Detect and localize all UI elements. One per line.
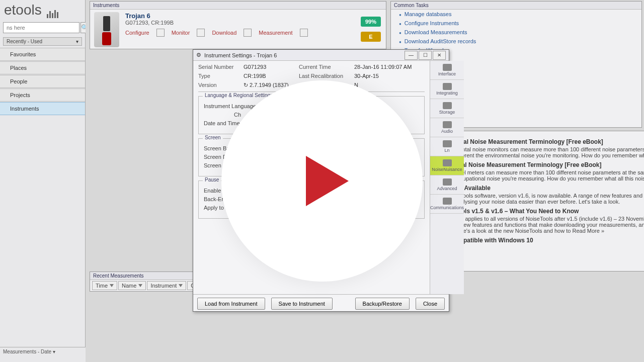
news-title[interactable]: ompatible with Windows 10	[454, 237, 644, 244]
news-body: seTools software, version v1.6, is now a…	[454, 193, 644, 205]
current-time-label: Current Time	[299, 64, 354, 70]
left-sidebar: etools 🔍 ▸ Recently - Used▾ FavouritesPl…	[0, 0, 86, 362]
monitor-icon[interactable]	[197, 29, 205, 37]
nav-item-people[interactable]: People	[0, 75, 85, 88]
app-logo: etools	[0, 0, 85, 20]
news-body: level meters can measure more than 100 d…	[454, 169, 644, 182]
settings-tab-communications[interactable]: Communications	[430, 195, 464, 214]
current-time-value: 28-Jan-16 11:09:07 AM	[354, 64, 425, 70]
instrument-name: Trojan 6	[125, 12, 382, 20]
news-title[interactable]: ental Noise Measurement Terminology [Fre…	[454, 138, 644, 145]
settings-tab-advanced[interactable]: Advanced	[430, 175, 464, 195]
monitor-link[interactable]: Monitor	[172, 29, 190, 37]
task-link[interactable]: Download AuditStore records	[391, 37, 641, 46]
settings-tab-noisenuisance[interactable]: NoiseNuisance	[430, 156, 464, 175]
download-link[interactable]: Download	[212, 29, 236, 37]
tab-icon	[443, 140, 452, 147]
maximize-button[interactable]: ☐	[419, 51, 432, 60]
minimize-button[interactable]: —	[405, 51, 418, 60]
recal-value: 30-Apr-15	[354, 73, 425, 79]
news-panel: ental Noise Measurement Terminology [Fre…	[449, 131, 644, 272]
gear-icon: ⚙	[196, 52, 201, 58]
news-body: and applies to all versions of NoiseTool…	[454, 216, 644, 234]
save-to-instrument-button[interactable]: Save to Instrument	[271, 298, 333, 310]
column-header[interactable]: Time	[92, 281, 117, 290]
settings-tab-ln[interactable]: Ln	[430, 137, 464, 156]
type-label: Type	[198, 73, 244, 79]
instrument-image	[94, 12, 119, 47]
status-badge: E	[361, 32, 381, 42]
panel-title: Instruments	[90, 2, 386, 10]
panel-title: Common Tasks	[391, 2, 641, 10]
tab-icon	[443, 178, 452, 186]
news-title[interactable]: ow Available	[454, 185, 644, 192]
settings-tab-audio[interactable]: Audio	[430, 118, 464, 137]
measurement-icon[interactable]	[300, 29, 308, 37]
configure-icon[interactable]	[156, 29, 165, 37]
measurement-link[interactable]: Measurement	[259, 29, 292, 37]
tab-icon	[443, 64, 452, 71]
load-from-instrument-button[interactable]: Load from Instrument	[197, 298, 265, 310]
instrument-sub: G071293, CR:199B	[125, 20, 382, 26]
bottom-filter[interactable]: Measurements - Date ▾	[0, 347, 86, 362]
task-link[interactable]: Download Measurements	[391, 28, 641, 37]
task-link[interactable]: Configure Instruments	[391, 19, 641, 28]
close-button[interactable]: ✕	[433, 51, 446, 60]
dialog-title: Instrument Settings - Trojan 6	[204, 52, 277, 58]
tab-icon	[443, 83, 452, 90]
version-label: Version	[198, 82, 244, 88]
serial-label: Serial Number	[198, 64, 244, 70]
news-title[interactable]: Tools v1.5 & v1.6 – What You Need to Kno…	[454, 208, 644, 215]
nav-item-instruments[interactable]: Instruments	[0, 102, 85, 115]
tab-icon	[443, 102, 452, 109]
tab-icon	[443, 159, 452, 166]
configure-link[interactable]: Configure	[125, 29, 149, 37]
column-header[interactable]: Instrument	[147, 281, 186, 290]
search-input[interactable]	[3, 22, 79, 33]
instruments-panel: Instruments Trojan 6 G071293, CR:199B Co…	[90, 1, 386, 49]
nav-item-projects[interactable]: Projects	[0, 88, 85, 102]
tab-icon	[443, 121, 452, 128]
column-header[interactable]: Name	[118, 281, 146, 290]
play-icon	[306, 156, 349, 206]
news-title[interactable]: onal Noise Measurement Terminology [Free…	[454, 161, 644, 168]
tab-icon	[443, 198, 452, 205]
settings-tab-interface[interactable]: Interface	[430, 61, 464, 80]
backup-restore-button[interactable]: Backup/Restore	[355, 298, 410, 310]
nav-item-favourites[interactable]: Favourites	[0, 48, 85, 61]
recal-label: Last Recalibration	[299, 73, 354, 79]
serial-value: G071293	[244, 64, 299, 70]
play-button[interactable]	[221, 80, 423, 282]
battery-badge: 99%	[361, 17, 381, 27]
close-dialog-button[interactable]: Close	[416, 298, 445, 310]
nav-item-places[interactable]: Places	[0, 61, 85, 74]
settings-tab-integrating[interactable]: Integrating	[430, 80, 464, 99]
recently-used-dropdown[interactable]: Recently - Used▾	[3, 37, 82, 46]
news-body: mental noise monitors can measure more t…	[454, 146, 644, 158]
settings-tab-storage[interactable]: Storage	[430, 99, 464, 118]
task-link[interactable]: Manage databases	[391, 10, 641, 19]
download-icon[interactable]	[244, 29, 252, 37]
type-value: CR:199B	[244, 73, 299, 79]
